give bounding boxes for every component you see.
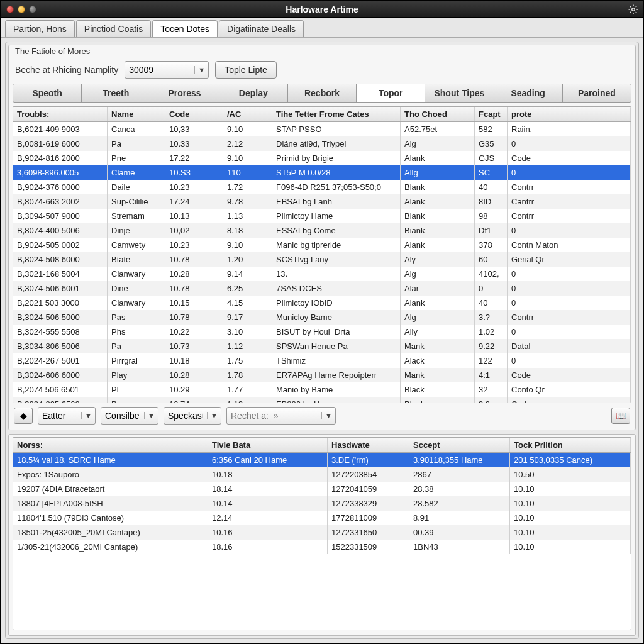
table-cell: 582 bbox=[475, 122, 508, 136]
table-cell: 10.78 bbox=[165, 310, 223, 325]
table-row[interactable]: 11804'1.510 (79DI3 Cantose)12.1417728110… bbox=[13, 511, 631, 525]
toolbar-combo-1[interactable]: ▼ bbox=[38, 407, 96, 425]
subtab[interactable]: Seading bbox=[494, 84, 563, 102]
table-cell: A52.75et bbox=[401, 122, 475, 136]
detail-table: Norss:Tivle BataHasdwateScceptTock Priit… bbox=[13, 437, 631, 630]
table-row[interactable]: B,9024-816 2000Pne17.229.10Primid by Bri… bbox=[13, 151, 631, 165]
table-row[interactable]: B,3024-606 6000Play10.281.78ER7APAg Hame… bbox=[13, 368, 631, 382]
detail-table-body[interactable]: 18.5¼ val 18, SDRC Hame6:356 Canl 20 Ham… bbox=[13, 453, 631, 554]
table-cell: B,2074 506 6501 bbox=[13, 382, 108, 397]
column-header[interactable]: prote bbox=[508, 107, 631, 121]
table-cell: Primid by Brigie bbox=[272, 151, 401, 165]
subtab[interactable]: Proress bbox=[150, 84, 219, 102]
table-row[interactable]: B,3034-806 5006Pa10.731.12SPSWan Henue P… bbox=[13, 339, 631, 353]
apply-button[interactable]: Tople Lipte bbox=[215, 61, 277, 79]
main-tab[interactable]: Tocen Dotes bbox=[152, 20, 218, 37]
table-row[interactable]: B,9024-376 0000Daile10.231.72F096-4D R25… bbox=[13, 180, 631, 194]
column-header[interactable]: Hasdwate bbox=[328, 438, 409, 452]
table-cell: 0 bbox=[508, 296, 631, 310]
column-header[interactable]: Norss: bbox=[13, 438, 208, 452]
table-cell: Conto Qr bbox=[508, 382, 631, 397]
table-cell: B,9024-816 2000 bbox=[13, 151, 108, 165]
column-header[interactable]: Sccept bbox=[409, 438, 510, 452]
table-cell: 18501-25(432005_20MI Cantape) bbox=[13, 525, 208, 540]
table-row[interactable]: B,2024-267 5001Pirrgral10.181.75TShimizA… bbox=[13, 353, 631, 368]
chevron-down-icon[interactable]: ▼ bbox=[144, 412, 158, 419]
subtab[interactable]: Deplay bbox=[219, 84, 288, 102]
table-cell: 1.12 bbox=[223, 339, 272, 353]
main-tab[interactable]: Digatiinate Dealls bbox=[219, 20, 304, 37]
column-header[interactable]: Fcapt bbox=[475, 107, 508, 121]
table-row[interactable]: B,3024-825 6502Pas10.741.13EB806 by Hame… bbox=[13, 397, 631, 402]
table-row[interactable]: B,3094-507 9000Stremam10.131.13Plimictoy… bbox=[13, 209, 631, 223]
table-cell: 9.10 bbox=[223, 151, 272, 165]
column-header[interactable]: Tock Priition bbox=[510, 438, 631, 452]
search-combo[interactable]: ▼ bbox=[226, 407, 336, 425]
export-button[interactable]: 📖 bbox=[611, 408, 630, 424]
main-tab[interactable]: Partion, Hons bbox=[5, 20, 75, 37]
table-cell: Raiin. bbox=[508, 122, 631, 136]
filter-combo[interactable]: ▼ bbox=[125, 61, 209, 79]
gear-icon[interactable] bbox=[628, 4, 639, 15]
table-row[interactable]: B,2021 503 3000Clanwary10.154.15Plimicto… bbox=[13, 296, 631, 310]
table-row[interactable]: B,2074 506 6501Pl10.291.77Manio by BameB… bbox=[13, 382, 631, 397]
chevron-down-icon[interactable]: ▼ bbox=[207, 412, 221, 419]
chevron-down-icon[interactable]: ▼ bbox=[194, 66, 208, 74]
table-row[interactable]: B,8074-400 5006Dinje10,028.18ESSAI bg Co… bbox=[13, 223, 631, 238]
chevron-down-icon[interactable]: ▼ bbox=[81, 412, 95, 419]
table-row[interactable]: 3,6098-896.0005Clame10.S3110ST5P M 0.0/2… bbox=[13, 165, 631, 180]
table-cell: Pirrgral bbox=[108, 353, 165, 368]
column-header[interactable]: Troubls: bbox=[13, 107, 108, 121]
subtab[interactable]: Topor bbox=[357, 84, 425, 102]
table-cell: 3.10 bbox=[223, 325, 272, 339]
table-cell: B,3021-168 5004 bbox=[13, 267, 108, 281]
toolbar-combo-3[interactable]: ▼ bbox=[164, 407, 221, 425]
table-row[interactable]: 18501-25(432005_20MI Cantape)10.16127233… bbox=[13, 525, 631, 540]
table-row[interactable]: B,9024-505 0002Camwety10.239.10Manic bg … bbox=[13, 238, 631, 252]
nav-button[interactable]: ◆ bbox=[14, 408, 33, 424]
table-cell: F096-4D R251 37;053-S50;0 bbox=[272, 180, 401, 194]
table-cell: Play bbox=[108, 368, 165, 382]
table-row[interactable]: B,3024-555 5508Phs10.223.10BISUT by Houl… bbox=[13, 325, 631, 339]
table-row[interactable]: B,0081-619 6000Pa10.332.12Dláne ati9d, T… bbox=[13, 136, 631, 151]
subtab[interactable]: Shout Tipes bbox=[425, 84, 494, 102]
table-row[interactable]: B,3074-506 6001Dine10.786.257SAS DCESAla… bbox=[13, 281, 631, 296]
table-cell: 10,33 bbox=[165, 122, 223, 136]
column-header[interactable]: Code bbox=[165, 107, 223, 121]
table-cell: 378 bbox=[475, 238, 508, 252]
toolbar-combo-2[interactable]: ▼ bbox=[101, 407, 158, 425]
column-header[interactable]: Name bbox=[108, 107, 165, 121]
column-header[interactable]: Tho Choed bbox=[401, 107, 475, 121]
table-cell: Contrr bbox=[508, 310, 631, 325]
table-cell: STAP PSSO bbox=[272, 122, 401, 136]
main-tab[interactable]: Pinctiod Coatis bbox=[76, 20, 151, 37]
table-row[interactable]: 19207 (4DIA Btracetaort18.14127204105928… bbox=[13, 482, 631, 496]
subtab[interactable]: Paroined bbox=[563, 84, 631, 102]
table-row[interactable]: B,3021-168 5004Clanwary10.289.1413.Alg41… bbox=[13, 267, 631, 281]
table-row[interactable]: B,3024-506 5000Pas10.789.17Municloy Bame… bbox=[13, 310, 631, 325]
table-cell: 1.75 bbox=[223, 353, 272, 368]
table-cell: 8.91 bbox=[409, 511, 510, 525]
chevron-down-icon[interactable]: ▼ bbox=[321, 412, 335, 419]
column-header[interactable]: Tivle Bata bbox=[208, 438, 328, 452]
main-table-body[interactable]: B,6021-409 9003Canca10,339.10STAP PSSOA5… bbox=[13, 122, 631, 402]
table-cell: Contrr bbox=[508, 209, 631, 223]
table-row[interactable]: Fxpos: 1Sauporo10.181272203854286710.50 bbox=[13, 467, 631, 482]
table-row[interactable]: 1/305-21(432006_20MI Cantape)18.16152233… bbox=[13, 540, 631, 554]
table-row[interactable]: 18807 [4FPl A008-5ISH10.14127233832928.5… bbox=[13, 496, 631, 511]
filter-input[interactable] bbox=[125, 65, 194, 75]
table-cell: 110 bbox=[223, 165, 272, 180]
subtab[interactable]: Recbork bbox=[288, 84, 357, 102]
search-input[interactable] bbox=[227, 411, 321, 421]
table-cell: 3.DE ('rm) bbox=[328, 453, 409, 467]
table-row[interactable]: B,8024-508 6000Btate10.781.20SCSTlvg Lan… bbox=[13, 252, 631, 267]
column-header[interactable]: Tihe Tetter Frome Cates bbox=[272, 107, 401, 121]
table-row[interactable]: B,6021-409 9003Canca10,339.10STAP PSSOA5… bbox=[13, 122, 631, 136]
table-row[interactable]: B,8074-663 2002Sup-Cililie17.249.78EBSAI… bbox=[13, 194, 631, 209]
column-header[interactable]: /AC bbox=[223, 107, 272, 121]
table-row[interactable]: 18.5¼ val 18, SDRC Hame6:356 Canl 20 Ham… bbox=[13, 453, 631, 467]
table-cell: Datal bbox=[508, 339, 631, 353]
subtab[interactable]: Treeth bbox=[82, 84, 150, 102]
subtab[interactable]: Speoth bbox=[13, 84, 82, 102]
table-cell: Black bbox=[401, 382, 475, 397]
